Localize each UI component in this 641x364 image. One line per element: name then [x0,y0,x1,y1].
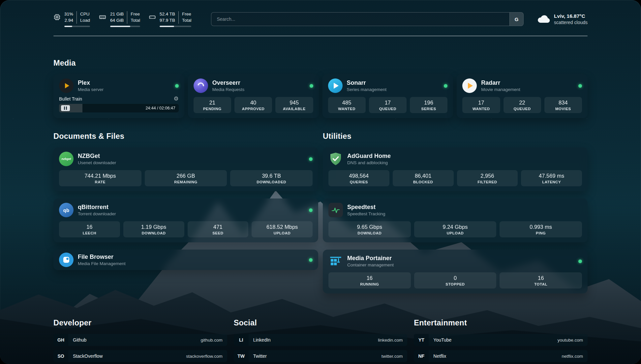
cloud-icon [537,14,550,24]
app-card-qbittorrent[interactable]: qb qBittorrent Torrent downloader 16LEEC… [53,198,318,242]
bookmark-name: StackOverflow [73,353,103,359]
app-name: qBittorrent [78,204,116,211]
stat-box: 1.19 GbpsDOWNLOAD [123,221,184,237]
stat-box: 2,956FILTERED [457,170,518,186]
weather-condition: scattered clouds [554,20,588,25]
bookmark-url: github.com [201,338,223,343]
bookmark-url: twitter.com [382,354,403,359]
app-name: Plex [78,79,104,86]
app-name: Radarr [481,79,520,86]
bookmark-stackoverflow[interactable]: SO StackOverflow stackoverflow.com [53,350,227,362]
memory-widget: 21 GiB 64 GiB Free Total [99,11,140,27]
app-card-adguard[interactable]: AdGuard Home DNS and adblocking 498,564Q… [323,147,588,191]
app-card-overseerr[interactable]: Overseerr Media Requests 21PENDING 40APP… [188,74,319,118]
bookmark-url: stackoverflow.com [186,354,222,359]
stat-box: 17WANTED [462,97,500,113]
stat-box: 86,401BLOCKED [393,170,454,186]
stat-box: 39.6 TBDOWNLOADED [230,170,313,186]
pause-icon[interactable] [61,105,70,111]
playback-progress-bar[interactable]: 24:44 / 02:06:47 [59,104,179,112]
app-card-speedtest[interactable]: Speedtest Speedtest Tracking 9.65 GbpsDO… [323,198,588,242]
bookmark-url: linkedin.com [378,338,403,343]
section-title-utilities: Utilities [323,132,588,141]
cpu-icon [53,14,61,21]
stat-box: 22QUEUED [504,97,541,113]
memory-usage-fill [110,26,130,27]
stat-box: 744.21 MbpsRATE [59,170,141,186]
app-name: Speedtest [347,204,385,211]
speedtest-pulse-icon [328,203,343,217]
app-name: NZBGet [78,153,116,160]
bookmark-github[interactable]: GH Github github.com [53,334,227,346]
section-title-developer: Developer [53,318,227,327]
filebrowser-icon [59,253,74,267]
app-name: Sonarr [347,79,387,86]
section-documents: Documents & Files nzbget NZBGet Usenet d… [53,132,318,270]
bookmark-twitter[interactable]: TW Twitter twitter.com [234,350,408,362]
bookmark-url: netflix.com [562,354,583,359]
app-card-portainer[interactable]: Media Portainer Container management 16R… [323,250,588,293]
disk-total-label: Total [182,17,192,24]
bookmark-netflix[interactable]: NF Netflix netflix.com [414,350,588,362]
bookmark-abbr: TW [234,350,249,362]
app-subtitle: Usenet downloader [78,160,116,165]
status-dot [310,84,313,88]
radarr-icon [462,78,477,93]
settings-gear-icon[interactable]: ⚙ [174,96,179,102]
section-title-documents: Documents & Files [53,132,318,141]
app-card-radarr[interactable]: Radarr Movie management 17WANTED 22QUEUE… [457,74,588,118]
plex-icon [59,78,74,93]
overseerr-icon [194,78,208,93]
search-engine-button[interactable]: G [509,13,523,26]
status-dot [578,259,582,263]
playback-time: 24:44 / 02:06:47 [145,106,175,110]
weather-widget[interactable]: Lviv, 16.87°C scattered clouds [537,13,588,25]
status-dot [444,84,447,88]
stat-box: 16LEECH [59,221,120,237]
disk-free-label: Free [182,11,192,17]
app-name: File Browser [78,254,126,260]
status-dot [309,157,313,161]
memory-free-value: 21 GiB [110,11,124,17]
app-name: Media Portainer [347,255,394,262]
now-playing-title: Bullet Train [59,96,82,102]
stat-box: 834MOVIES [544,97,582,113]
app-subtitle: Torrent downloader [78,211,116,216]
cpu-load-label: Load [80,17,90,24]
memory-total-label: Total [131,17,140,24]
plex-now-playing: Bullet Train ⚙ 24:44 / 02:06:47 [59,96,179,112]
app-card-filebrowser[interactable]: File Browser Media File Management [53,250,318,270]
bookmark-abbr: SO [53,350,68,362]
cpu-load-value: 2.94 [65,17,73,24]
app-card-nzbget[interactable]: nzbget NZBGet Usenet downloader 744.21 M… [53,147,318,191]
cpu-usage-fill [64,26,72,27]
adguard-shield-icon [328,152,343,166]
app-card-sonarr[interactable]: Sonarr Series management 485WANTED 17QUE… [322,74,453,118]
header-divider [53,36,588,36]
cpu-percent: 31% [64,11,73,17]
stat-box: 16RUNNING [328,272,411,288]
disk-usage-bar [160,26,192,27]
app-name: AdGuard Home [347,153,391,160]
disk-usage-fill [160,26,174,27]
search-input[interactable] [211,12,524,26]
app-subtitle: DNS and adblocking [347,160,391,165]
bookmark-linkedin[interactable]: LI LinkedIn linkedin.com [234,334,408,346]
app-subtitle: Media Requests [212,87,245,92]
bookmark-youtube[interactable]: YT YouTube youtube.com [414,334,588,346]
stat-box: 485WANTED [328,97,366,113]
app-subtitle: Speedtest Tracking [347,211,385,216]
stat-box: 17QUEUED [369,97,407,113]
status-dot [309,208,313,212]
section-media: Media Plex Media server Bullet Train [53,59,588,118]
app-subtitle: Series management [347,87,387,92]
memory-total-value: 64 GiB [110,17,124,24]
bookmark-name: YouTube [433,337,451,343]
bookmark-name: LinkedIn [253,337,271,343]
stat-box: 16TOTAL [500,272,582,288]
app-card-plex[interactable]: Plex Media server Bullet Train ⚙ [53,74,184,118]
stat-box: 618.52 MbpsUPLOAD [252,221,313,237]
dashboard-screen: 31% 2.94 CPU Load [0,0,641,364]
sonarr-icon [328,78,343,93]
bookmark-name: Netflix [433,353,446,359]
